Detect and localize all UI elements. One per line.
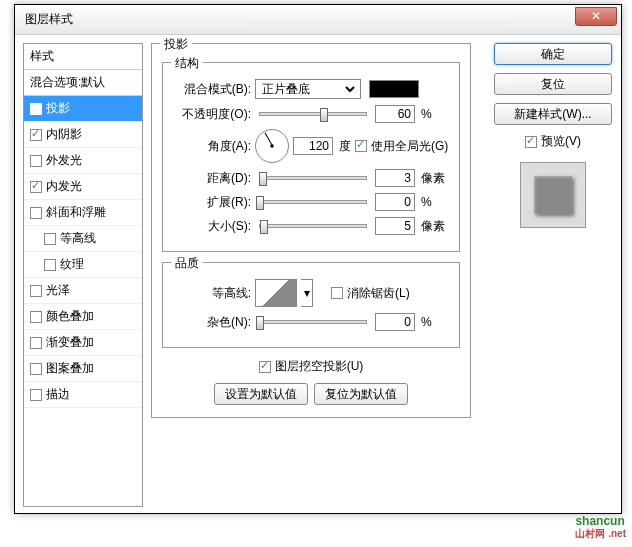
knockout-checkbox[interactable] <box>259 361 271 373</box>
noise-label: 杂色(N): <box>173 314 251 331</box>
style-item-label: 内阴影 <box>46 126 82 143</box>
quality-title: 品质 <box>171 255 203 272</box>
shadow-color-swatch[interactable] <box>369 80 419 98</box>
style-checkbox[interactable] <box>30 363 42 375</box>
style-item-2[interactable]: 外发光 <box>24 148 142 174</box>
style-item-label: 外发光 <box>46 152 82 169</box>
styles-header[interactable]: 样式 <box>24 44 142 70</box>
reset-default-button[interactable]: 复位为默认值 <box>314 383 408 405</box>
distance-label: 距离(D): <box>173 170 251 187</box>
spread-unit: % <box>421 195 432 209</box>
style-checkbox[interactable] <box>30 103 42 115</box>
contour-label: 等高线: <box>173 285 251 302</box>
noise-unit: % <box>421 315 432 329</box>
style-checkbox[interactable] <box>30 389 42 401</box>
preview-label: 预览(V) <box>541 133 581 150</box>
window-title: 图层样式 <box>25 11 73 28</box>
size-input[interactable] <box>375 217 415 235</box>
spread-input[interactable] <box>375 193 415 211</box>
antialias-checkbox[interactable] <box>331 287 343 299</box>
style-item-label: 投影 <box>46 100 70 117</box>
blend-options-header[interactable]: 混合选项:默认 <box>24 70 142 96</box>
style-item-4[interactable]: 斜面和浮雕 <box>24 200 142 226</box>
style-item-11[interactable]: 描边 <box>24 382 142 408</box>
distance-input[interactable] <box>375 169 415 187</box>
style-checkbox[interactable] <box>30 337 42 349</box>
style-item-6[interactable]: 纹理 <box>24 252 142 278</box>
distance-slider[interactable] <box>259 176 367 180</box>
style-item-label: 图案叠加 <box>46 360 94 377</box>
titlebar[interactable]: 图层样式 ✕ <box>15 5 621 35</box>
style-checkbox[interactable] <box>30 285 42 297</box>
angle-input[interactable] <box>293 137 333 155</box>
preview-checkbox[interactable] <box>525 136 537 148</box>
angle-label: 角度(A): <box>173 138 251 155</box>
style-checkbox[interactable] <box>30 311 42 323</box>
style-item-8[interactable]: 颜色叠加 <box>24 304 142 330</box>
style-checkbox[interactable] <box>30 129 42 141</box>
preview-thumbnail <box>534 176 572 214</box>
opacity-input[interactable] <box>375 105 415 123</box>
opacity-label: 不透明度(O): <box>173 106 251 123</box>
style-item-1[interactable]: 内阴影 <box>24 122 142 148</box>
style-item-label: 光泽 <box>46 282 70 299</box>
style-checkbox[interactable] <box>44 259 56 271</box>
antialias-label: 消除锯齿(L) <box>347 285 410 302</box>
cancel-button[interactable]: 复位 <box>494 73 612 95</box>
angle-wheel[interactable] <box>255 129 289 163</box>
blend-mode-label: 混合模式(B): <box>173 81 251 98</box>
drop-shadow-group: 投影 结构 混合模式(B): 正片叠底 不透明度(O): % <box>151 43 471 418</box>
group-title: 投影 <box>160 36 192 53</box>
contour-picker[interactable] <box>255 279 297 307</box>
preview-swatch <box>520 162 586 228</box>
style-item-label: 渐变叠加 <box>46 334 94 351</box>
style-item-7[interactable]: 光泽 <box>24 278 142 304</box>
style-checkbox[interactable] <box>30 181 42 193</box>
watermark: shancun 山村网 .net <box>575 503 626 541</box>
style-item-label: 内发光 <box>46 178 82 195</box>
style-item-0[interactable]: 投影 <box>24 96 142 122</box>
structure-title: 结构 <box>171 55 203 72</box>
knockout-label: 图层挖空投影(U) <box>275 358 364 375</box>
noise-input[interactable] <box>375 313 415 331</box>
blend-mode-select[interactable]: 正片叠底 <box>255 79 361 99</box>
noise-slider[interactable] <box>259 320 367 324</box>
chevron-down-icon: ▾ <box>304 286 310 300</box>
style-item-5[interactable]: 等高线 <box>24 226 142 252</box>
close-icon: ✕ <box>591 9 601 23</box>
right-panel: 确定 复位 新建样式(W)... 预览(V) <box>493 43 613 228</box>
angle-unit: 度 <box>339 138 351 155</box>
make-default-button[interactable]: 设置为默认值 <box>214 383 308 405</box>
styles-list: 样式 混合选项:默认 投影内阴影外发光内发光斜面和浮雕等高线纹理光泽颜色叠加渐变… <box>23 43 143 507</box>
global-light-label: 使用全局光(G) <box>371 138 448 155</box>
style-checkbox[interactable] <box>44 233 56 245</box>
close-button[interactable]: ✕ <box>575 7 617 26</box>
distance-unit: 像素 <box>421 170 445 187</box>
contour-dropdown[interactable]: ▾ <box>301 279 313 307</box>
style-item-3[interactable]: 内发光 <box>24 174 142 200</box>
style-item-10[interactable]: 图案叠加 <box>24 356 142 382</box>
quality-group: 品质 等高线: ▾ 消除锯齿(L) 杂色(N): % <box>162 262 460 348</box>
style-item-label: 斜面和浮雕 <box>46 204 106 221</box>
spread-label: 扩展(R): <box>173 194 251 211</box>
size-slider[interactable] <box>259 224 367 228</box>
size-label: 大小(S): <box>173 218 251 235</box>
ok-button[interactable]: 确定 <box>494 43 612 65</box>
spread-slider[interactable] <box>259 200 367 204</box>
size-unit: 像素 <box>421 218 445 235</box>
new-style-button[interactable]: 新建样式(W)... <box>494 103 612 125</box>
style-item-9[interactable]: 渐变叠加 <box>24 330 142 356</box>
style-item-label: 纹理 <box>60 256 84 273</box>
structure-group: 结构 混合模式(B): 正片叠底 不透明度(O): % 角度 <box>162 62 460 252</box>
opacity-slider[interactable] <box>259 112 367 116</box>
style-checkbox[interactable] <box>30 207 42 219</box>
opacity-unit: % <box>421 107 432 121</box>
style-checkbox[interactable] <box>30 155 42 167</box>
style-item-label: 等高线 <box>60 230 96 247</box>
style-item-label: 颜色叠加 <box>46 308 94 325</box>
settings-panel: 投影 结构 混合模式(B): 正片叠底 不透明度(O): % <box>151 43 471 424</box>
style-item-label: 描边 <box>46 386 70 403</box>
layer-style-dialog: 图层样式 ✕ 样式 混合选项:默认 投影内阴影外发光内发光斜面和浮雕等高线纹理光… <box>14 4 622 514</box>
global-light-checkbox[interactable] <box>355 140 367 152</box>
dialog-content: 样式 混合选项:默认 投影内阴影外发光内发光斜面和浮雕等高线纹理光泽颜色叠加渐变… <box>23 43 613 505</box>
